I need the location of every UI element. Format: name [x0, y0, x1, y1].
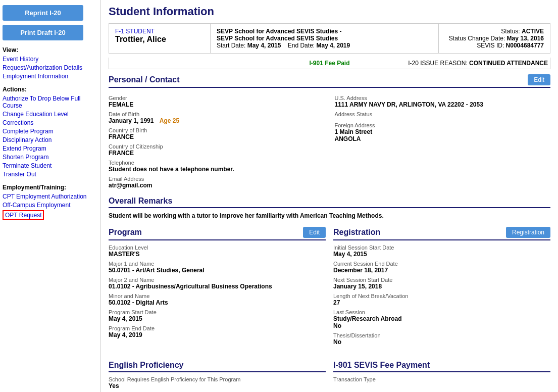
cob-label: Country of Birth: [109, 127, 325, 133]
dob-value: January 1, 1991: [109, 117, 154, 124]
next-session-value: January 15, 2018: [333, 283, 550, 290]
end-date-label: End Date:: [288, 42, 315, 49]
next-session-label: Next Session Start Date: [333, 277, 550, 283]
student-type: F-1 STUDENT: [115, 28, 204, 35]
shorten-program-link[interactable]: Shorten Program: [3, 154, 98, 161]
transaction-type-label: Transaction Type: [333, 376, 550, 382]
sevis-fee-title: I-901 SEVIS Fee Payment: [333, 361, 430, 370]
start-date-label: Start Date:: [217, 42, 245, 49]
registration-header: Registration Registration: [333, 227, 550, 240]
extend-program-link[interactable]: Extend Program: [3, 145, 98, 152]
us-address-value: 1111 ARMY NAVY DR, ARLINGTON, VA 22202 -…: [335, 101, 551, 108]
telephone-label: Telephone: [109, 160, 325, 166]
coc-value: FRANCE: [109, 150, 325, 157]
major1-label: Major 1 and Name: [109, 261, 326, 267]
thesis-label: Thesis/Dissertation: [333, 332, 550, 338]
program-end-date-value: May 4, 2019: [109, 331, 326, 338]
initial-session-label: Initial Session Start Date: [333, 244, 550, 251]
program-header: Program Edit: [109, 227, 326, 240]
disciplinary-action-link[interactable]: Disciplinary Action: [3, 136, 98, 143]
issue-reason-value: CONTINUED ATTENDANCE: [469, 60, 548, 67]
event-history-link[interactable]: Event History: [3, 56, 98, 63]
personal-contact-header: Personal / Contact Edit: [109, 74, 550, 88]
last-session-label: Last Session: [333, 309, 550, 315]
employment-section-label: Employment/Training:: [3, 184, 98, 191]
off-campus-link[interactable]: Off-Campus Employment: [3, 202, 98, 209]
start-date-value: May 4, 2015: [247, 42, 281, 49]
status-label: Status:: [501, 28, 520, 35]
personal-contact-cols: Gender FEMALE Date of Birth January 1, 1…: [109, 92, 550, 189]
initial-session-value: May 4, 2015: [333, 251, 550, 258]
terminate-student-link[interactable]: Terminate Student: [3, 162, 98, 169]
us-address-label: U.S. Address: [335, 95, 551, 101]
student-header-right: Status: ACTIVE Status Change Date: May 1…: [439, 24, 550, 53]
education-level-label: Education Level: [109, 244, 326, 251]
transfer-out-link[interactable]: Transfer Out: [3, 171, 98, 178]
english-proficiency-title: English Proficiency: [109, 361, 183, 370]
sevis-id-row: SEVIS ID: N0004684777: [445, 42, 544, 49]
issue-reason-container: I-20 ISSUE REASON: CONTINUED ATTENDANCE: [402, 60, 548, 67]
complete-program-link[interactable]: Complete Program: [3, 128, 98, 135]
student-header-middle: SEVP School for Advanced SEVIS Studies -…: [210, 24, 439, 53]
personal-contact-section: Personal / Contact Edit Gender FEMALE Da…: [109, 74, 550, 189]
age-badge: Age 25: [160, 117, 179, 124]
major2-value: 01.0102 - Agribusiness/Agricultural Busi…: [109, 283, 326, 290]
opt-request-link[interactable]: OPT Request: [3, 210, 44, 220]
employment-info-link[interactable]: Employment Information: [3, 73, 98, 80]
english-proficiency-section: English Proficiency School Requires Engl…: [109, 361, 326, 389]
corrections-link[interactable]: Corrections: [3, 119, 98, 126]
cpt-link[interactable]: CPT Employment Authorization: [3, 193, 98, 200]
issue-reason-label: I-20 ISSUE REASON:: [408, 60, 467, 67]
student-header: F-1 STUDENT Trottier, Alice SEVP School …: [109, 23, 550, 54]
sevis-id-value: N0004684777: [506, 42, 544, 49]
gender-label: Gender: [109, 95, 325, 101]
registration-button[interactable]: Registration: [506, 227, 550, 238]
program-edit-button[interactable]: Edit: [303, 227, 326, 238]
print-draft-button[interactable]: Print Draft I-20: [3, 25, 83, 40]
sevis-fee-header: I-901 SEVIS Fee Payment: [333, 361, 550, 372]
education-level-value: MASTER'S: [109, 251, 326, 258]
reprint-i20-button[interactable]: Reprint I-20: [3, 5, 83, 21]
coc-label: Country of Citizenship: [109, 143, 325, 150]
program-end-date-label: Program End Date: [109, 325, 326, 331]
current-session-label: Current Session End Date: [333, 261, 550, 267]
overall-remarks-title: Overall Remarks: [109, 197, 172, 206]
view-section-label: View:: [3, 46, 98, 54]
status-change-row: Status Change Date: May 13, 2016: [445, 35, 544, 42]
authorize-drop-link[interactable]: Authorize To Drop Below Full Course: [3, 95, 98, 109]
address-status-label: Address Status: [335, 111, 551, 117]
request-auth-link[interactable]: Request/Authorization Details: [3, 64, 98, 71]
overall-remarks-section: Overall Remarks Student will be working …: [109, 197, 550, 219]
requires-proficiency-value: Yes: [109, 382, 326, 389]
overall-remarks-header: Overall Remarks: [109, 197, 550, 208]
program-dates: Start Date: May 4, 2015 End Date: May 4,…: [217, 42, 432, 49]
bottom-sections: English Proficiency School Requires Engl…: [109, 361, 550, 392]
personal-contact-edit-button[interactable]: Edit: [528, 74, 550, 85]
change-education-link[interactable]: Change Education Level: [3, 111, 98, 118]
school-name-line1: SEVP School for Advanced SEVIS Studies -: [217, 28, 432, 35]
sidebar: Reprint I-20 Print Draft I-20 View: Even…: [0, 0, 101, 392]
personal-contact-right: U.S. Address 1111 ARMY NAVY DR, ARLINGTO…: [335, 92, 551, 189]
main-content: Student Information F-1 STUDENT Trottier…: [101, 0, 558, 392]
major1-value: 50.0701 - Art/Art Studies, General: [109, 267, 326, 274]
foreign-address-line2: ANGOLA: [335, 135, 551, 142]
foreign-address-line1: 1 Main Street: [335, 128, 551, 135]
dob-label: Date of Birth: [109, 111, 325, 117]
status-value: ACTIVE: [522, 28, 544, 35]
fee-paid: I-901 Fee Paid: [257, 60, 402, 67]
program-section: Program Edit Education Level MASTER'S Ma…: [109, 227, 326, 346]
school-name-line2: SEVP School for Advanced SEVIS Studies: [217, 35, 432, 42]
registration-section: Registration Registration Initial Sessio…: [333, 227, 550, 346]
english-proficiency-header: English Proficiency: [109, 361, 326, 372]
student-header-left: F-1 STUDENT Trottier, Alice: [109, 24, 210, 53]
last-session-name: Study/Research Abroad: [333, 315, 550, 322]
telephone-value: Student does not have a telephone number…: [109, 166, 325, 173]
program-start-date-label: Program Start Date: [109, 309, 326, 315]
registration-title: Registration: [333, 228, 380, 237]
program-title: Program: [109, 228, 142, 237]
sevis-id-label: SEVIS ID:: [477, 42, 504, 49]
gender-value: FEMALE: [109, 101, 325, 108]
email-label: Email Address: [109, 176, 325, 182]
cob-value: FRANCE: [109, 133, 325, 140]
fee-bar: I-901 Fee Paid I-20 ISSUE REASON: CONTIN…: [109, 58, 550, 69]
